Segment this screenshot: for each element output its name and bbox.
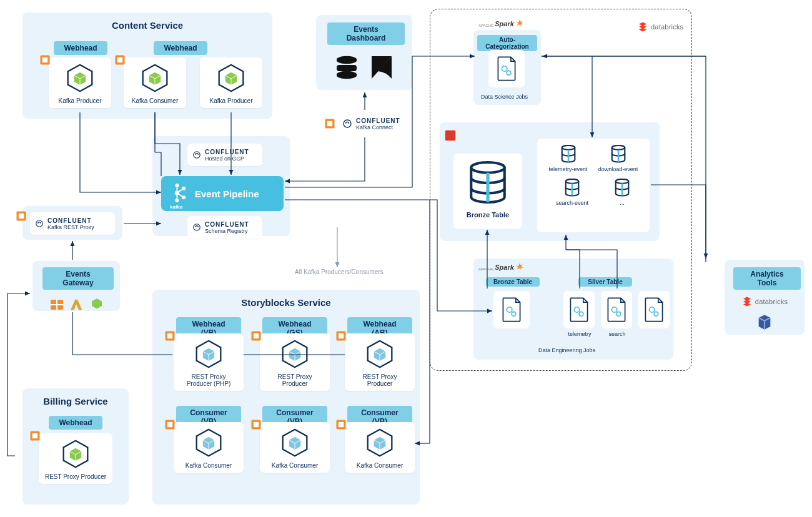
- aws-ec2-icon: [250, 418, 262, 431]
- db-cylinder-icon: [468, 161, 507, 206]
- content-producer-b-label: Kafka Producer: [204, 97, 259, 104]
- cube-icon: [217, 64, 245, 92]
- cube-icon: [141, 64, 169, 92]
- db-cylinder-icon: [613, 179, 631, 197]
- confluent-brand: CONFLUENT: [205, 221, 249, 228]
- sb-consumer-2-card: Kafka Consumer: [260, 422, 330, 473]
- de-telemetry-label: telemetry: [566, 331, 593, 337]
- bronze-table-label: Bronze Table: [453, 211, 522, 219]
- aws-ec2-icon: [164, 330, 176, 342]
- content-webhead-b-pill: Webhead: [154, 41, 207, 55]
- confluent-brand: CONFLUENT: [47, 217, 94, 224]
- event-tables-card: telemetry-event download-event search-ev…: [537, 139, 650, 232]
- content-producer-a-label: Kafka Producer: [52, 97, 107, 104]
- hosted-gcp-label: Hosted on GCP: [205, 155, 249, 162]
- billing-producer-label: REST Proxy Producer: [42, 473, 109, 480]
- confluent-icon: [342, 119, 352, 129]
- bronze-pill: Bronze Table: [486, 277, 540, 287]
- de-extra-card: [638, 291, 670, 328]
- confluent-rest-proxy-card: CONFLUENT Kafka REST Proxy: [30, 212, 115, 235]
- analytics-tools-title: Analytics Tools: [733, 267, 801, 290]
- sb-consumer-2-label: Kafka Consumer: [264, 462, 326, 469]
- doc-gears-icon: [568, 297, 590, 323]
- events-dashboard-title: Events Dashboard: [327, 22, 405, 45]
- svg-marker-27: [92, 298, 102, 308]
- sb-producer-gs-label: REST Proxy Producer: [264, 373, 326, 387]
- event-pipeline-label: Event Pipeline: [195, 189, 259, 199]
- databricks-icon: [741, 296, 753, 307]
- doc-gears-icon: [643, 297, 665, 323]
- aws-ec2-icon: [29, 430, 41, 442]
- kibana-icon: [369, 54, 394, 81]
- sb-producer-vb-label: REST Proxy Producer (PHP): [177, 373, 240, 387]
- sb-consumer-3-label: Kafka Consumer: [349, 462, 411, 469]
- content-service-title: Content Service: [27, 17, 267, 32]
- events-gateway-title: Events Gateway: [42, 267, 114, 290]
- download-event-label: download-event: [598, 166, 638, 172]
- storyblocks-title: Storyblocks Service: [157, 295, 415, 309]
- events-dashboard-panel: Events Dashboard: [316, 15, 412, 90]
- kafka-icon: [171, 182, 187, 204]
- aws-ec2-icon: [15, 210, 27, 222]
- databricks-brand-label: databricks: [755, 298, 788, 305]
- db-cylinder-icon: [563, 179, 581, 197]
- aws-ec2-icon: [39, 54, 51, 66]
- cube-icon: [91, 297, 103, 310]
- cube-icon: [194, 340, 223, 368]
- events-gateway-panel: Events Gateway: [32, 261, 120, 311]
- redshift-icon: [756, 313, 773, 331]
- content-consumer-label: Kafka Consumer: [127, 97, 182, 104]
- aws-ec2-icon: [164, 418, 176, 431]
- confluent-schema-registry-card: CONFLUENT Schema Registry: [187, 216, 262, 239]
- de-search-card: [601, 291, 632, 328]
- doc-gears-icon: [496, 56, 517, 82]
- sb-consumer-1-label: Kafka Consumer: [177, 462, 240, 469]
- sb-producer-gs-card: REST Proxy Producer: [260, 333, 330, 391]
- all-producers-consumers-note: All Kafka Producers/Consumers: [295, 268, 384, 275]
- billing-webhead-pill: Webhead: [49, 416, 102, 430]
- bronze-table-card: Bronze Table: [453, 154, 522, 229]
- databricks-icon: [637, 21, 648, 32]
- spark-star-icon: [515, 262, 524, 271]
- dots-label: ...: [613, 200, 631, 206]
- cube-icon: [194, 428, 223, 457]
- de-bronze-card: [493, 291, 530, 328]
- databricks-brand: databricks: [637, 21, 683, 32]
- silver-pill: Silver Table: [578, 277, 632, 287]
- cube-icon: [365, 340, 394, 368]
- content-producer-a-card: Kafka Producer: [49, 57, 111, 108]
- ds-job-card: [488, 50, 525, 87]
- search-event-label: search-event: [556, 200, 588, 206]
- db-cylinder-icon: [610, 145, 627, 164]
- confluent-icon: [192, 223, 201, 232]
- sb-producer-ab-card: REST Proxy Producer: [345, 333, 415, 391]
- cube-icon: [61, 440, 90, 468]
- analytics-tools-panel: Analytics Tools databricks: [725, 260, 805, 335]
- content-producer-b-card: Kafka Producer: [200, 57, 262, 108]
- spark-star-icon: [515, 19, 524, 27]
- de-search-label: search: [605, 331, 630, 337]
- sb-producer-vb-card: REST Proxy Producer (PHP): [174, 333, 244, 391]
- rest-proxy-label: Kafka REST Proxy: [47, 224, 94, 230]
- svg-rect-28: [445, 130, 456, 141]
- cube-icon: [66, 64, 94, 92]
- billing-service-title: Billing Service: [27, 393, 124, 408]
- de-telemetry-card: [563, 291, 595, 328]
- event-pipeline-box: kafka Event Pipeline: [161, 176, 284, 211]
- aws-ec2-icon: [335, 330, 347, 342]
- telemetry-event-label: telemetry-event: [549, 166, 588, 172]
- kafka-word: kafka: [170, 204, 182, 210]
- spark-brand-1: APACHE Spark: [478, 19, 524, 27]
- db-cylinder-icon: [560, 145, 577, 164]
- aws-ec2-icon: [324, 117, 336, 130]
- sb-consumer-1-card: Kafka Consumer: [174, 422, 244, 473]
- confluent-kafka-connect-card: CONFLUENT Kafka Connect: [337, 111, 412, 136]
- cube-icon: [280, 340, 309, 368]
- kafka-connect-label: Kafka Connect: [356, 124, 400, 130]
- confluent-brand: CONFLUENT: [356, 117, 400, 124]
- doc-gears-icon: [606, 297, 627, 323]
- schema-registry-label: Schema Registry: [205, 228, 249, 234]
- aws-ec2-icon: [114, 54, 126, 66]
- confluent-icon: [35, 219, 44, 228]
- auto-cat-pill: Auto-Categorization: [477, 35, 537, 51]
